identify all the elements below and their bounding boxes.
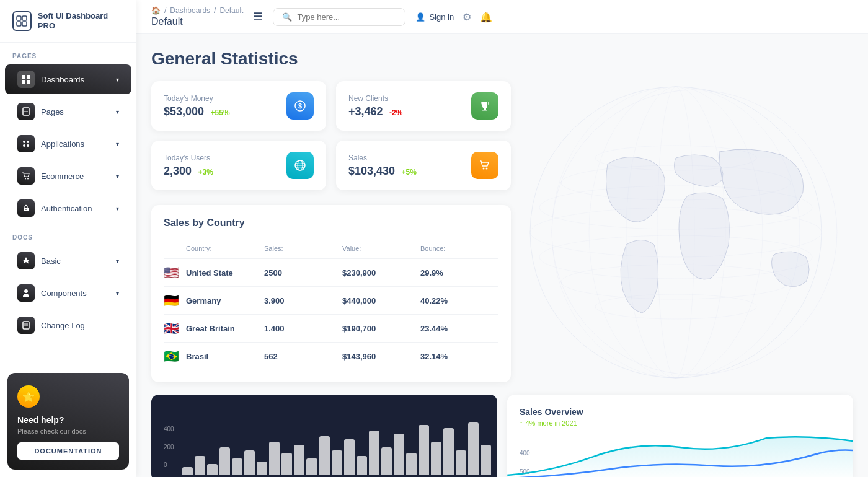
hamburger-icon[interactable]: ☰ [253,10,263,24]
svg-rect-3 [22,22,27,26]
ecommerce-icon [17,167,35,185]
stat-value-users: 2,300 [164,165,192,177]
bar-chart-card: 400 200 0 [151,395,497,477]
sidebar-item-components[interactable]: Components ▾ [5,278,131,308]
sidebar-item-pages[interactable]: Pages ▾ [5,97,131,126]
flag-us: 🇺🇸 [164,265,186,280]
bar [418,425,429,475]
bar [207,464,218,475]
stat-label-clients: New Clients [348,94,402,103]
svg-rect-1 [22,16,27,20]
svg-point-19 [25,209,27,210]
svg-rect-4 [22,75,25,79]
svg-rect-0 [17,16,21,20]
bar-chart [182,419,491,475]
value-us: $230,900 [342,268,420,278]
breadcrumb-current: Default [151,16,243,27]
sidebar-item-ecommerce-label: Ecommerce [41,172,84,181]
sidebar-item-authentication-label: Authentication [41,204,92,213]
documentation-button[interactable]: DOCUMENTATION [17,442,119,460]
search-box[interactable]: 🔍 [273,8,405,26]
authentication-icon [17,199,35,217]
stats-grid: Today's Money $53,000 +55% $ New Client [151,81,511,190]
svg-rect-21 [23,322,29,329]
col-value: Value: [342,245,420,252]
sidebar-item-ecommerce[interactable]: Ecommerce ▾ [5,161,131,191]
flag-de: 🇩🇪 [164,293,186,308]
bar [232,458,242,475]
globe-icon [286,152,314,179]
sidebar-item-applications[interactable]: Applications ▾ [5,129,131,159]
flag-gb: 🇬🇧 [164,321,186,336]
breadcrumb: 🏠 / Dashboards / Default Default [151,6,243,27]
changelog-icon [17,317,35,334]
bar [406,453,417,475]
chevron-down-icon: ▾ [116,76,119,83]
svg-point-20 [24,289,28,293]
trophy-icon [471,92,498,120]
components-icon [17,284,35,302]
sidebar-item-dashboards-label: Dashboards [41,75,84,84]
stat-change-money: +55% [211,108,230,117]
bar [219,447,230,475]
chevron-down-icon: ▾ [116,141,119,147]
bar [306,458,317,475]
bar [257,462,267,475]
svg-point-17 [27,178,29,180]
stat-value-clients: +3,462 [348,105,383,118]
sidebar-item-authentication[interactable]: Authentication ▾ [5,193,131,223]
svg-rect-40 [484,108,486,110]
value-de: $440,000 [342,296,420,305]
help-box-subtitle: Please check our docs [17,427,119,435]
bar [319,436,330,475]
topbar: 🏠 / Dashboards / Default Default ☰ 🔍 👤 S… [136,0,868,34]
help-box-title: Need help? [17,415,119,425]
settings-icon[interactable]: ⚙ [463,11,471,23]
col-bounce: Bounce: [420,245,498,252]
bounce-us: 29.9% [420,268,498,278]
page-title: General Statistics [151,49,853,69]
stat-value-sales: $103,430 [348,165,395,177]
bar [281,453,292,475]
sidebar-logo: Soft UI Dashboard PRO [0,0,136,43]
bar [244,450,255,475]
main-area: 🏠 / Dashboards / Default Default ☰ 🔍 👤 S… [136,0,868,477]
sidebar-item-basic[interactable]: Basic ▾ [5,246,131,276]
sidebar-item-basic-label: Basic [41,256,61,266]
svg-point-15 [27,144,29,147]
svg-rect-7 [27,80,30,84]
chevron-down-icon: ▾ [116,205,119,212]
sales-br: 562 [264,352,342,361]
bar [369,431,379,475]
notification-icon[interactable]: 🔔 [480,11,492,23]
chevron-down-icon: ▾ [116,258,119,265]
stat-change-clients: -2% [389,108,402,117]
bar [468,422,479,475]
chevron-down-icon: ▾ [116,173,119,180]
sign-in-button[interactable]: 👤 Sign in [415,12,454,22]
svg-point-13 [27,141,29,143]
help-star-icon: ⭐ [17,385,40,408]
country-de: Germany [186,296,264,305]
svg-rect-2 [17,22,21,26]
svg-point-14 [23,144,25,147]
bar [356,456,367,475]
sidebar-item-changelog[interactable]: Change Log [5,310,131,340]
col-sales: Sales: [264,245,342,252]
sidebar: Soft UI Dashboard PRO PAGES Dashboards ▾… [0,0,136,477]
bar [344,439,355,475]
stat-change-users: +3% [198,168,213,177]
table-row: 🇺🇸 United State 2500 $230,900 29.9% [164,259,498,287]
sales-overview-title: Sales Overview [520,407,841,417]
line-chart [507,432,853,477]
bounce-gb: 23.44% [420,324,498,333]
search-input[interactable] [297,12,396,22]
value-gb: $190,700 [342,324,420,333]
logo-text: Soft UI Dashboard PRO [38,11,124,30]
stat-change-sales: +5% [402,168,417,177]
sidebar-item-dashboards[interactable]: Dashboards ▾ [5,64,131,94]
breadcrumb-current-inline: Default [219,6,243,15]
stat-label-users: Today's Users [164,154,213,162]
globe-decoration [502,71,868,393]
table-header: Country: Sales: Value: Bounce: [164,239,498,259]
